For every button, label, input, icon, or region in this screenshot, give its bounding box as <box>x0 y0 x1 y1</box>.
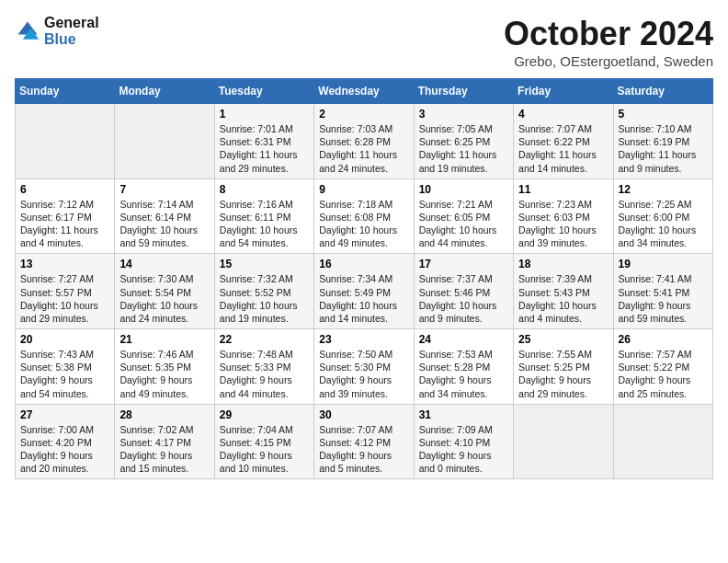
calendar-cell: 8Sunrise: 7:16 AMSunset: 6:11 PMDaylight… <box>214 178 313 254</box>
day-number: 30 <box>319 408 408 421</box>
day-number: 3 <box>419 108 508 121</box>
day-number: 8 <box>220 183 309 196</box>
cell-info: Sunrise: 7:21 AMSunset: 6:05 PMDaylight:… <box>419 198 508 250</box>
day-number: 27 <box>20 408 109 421</box>
calendar-cell: 18Sunrise: 7:39 AMSunset: 5:43 PMDayligh… <box>514 254 613 329</box>
calendar-cell: 11Sunrise: 7:23 AMSunset: 6:03 PMDayligh… <box>514 178 613 254</box>
day-number: 9 <box>319 183 408 196</box>
calendar-cell: 26Sunrise: 7:57 AMSunset: 5:22 PMDayligh… <box>613 329 712 405</box>
day-number: 13 <box>20 258 109 270</box>
weekday-header-wednesday: Wednesday <box>314 79 414 104</box>
calendar-cell: 24Sunrise: 7:53 AMSunset: 5:28 PMDayligh… <box>414 329 513 405</box>
calendar-cell: 22Sunrise: 7:48 AMSunset: 5:33 PMDayligh… <box>214 329 313 405</box>
calendar-cell: 28Sunrise: 7:02 AMSunset: 4:17 PMDayligh… <box>115 404 214 479</box>
cell-info: Sunrise: 7:34 AMSunset: 5:49 PMDaylight:… <box>319 272 408 325</box>
day-number: 24 <box>419 333 508 346</box>
day-number: 19 <box>619 258 708 270</box>
cell-info: Sunrise: 7:46 AMSunset: 5:35 PMDaylight:… <box>119 348 209 400</box>
day-number: 25 <box>518 333 608 346</box>
calendar-cell: 29Sunrise: 7:04 AMSunset: 4:15 PMDayligh… <box>214 404 313 479</box>
calendar-cell: 25Sunrise: 7:55 AMSunset: 5:25 PMDayligh… <box>514 329 613 405</box>
calendar-cell: 16Sunrise: 7:34 AMSunset: 5:49 PMDayligh… <box>314 254 414 329</box>
calendar-week-row: 13Sunrise: 7:27 AMSunset: 5:57 PMDayligh… <box>16 254 713 329</box>
calendar-cell: 21Sunrise: 7:46 AMSunset: 5:35 PMDayligh… <box>115 329 214 405</box>
day-number: 22 <box>220 333 309 346</box>
cell-info: Sunrise: 7:09 AMSunset: 4:10 PMDaylight:… <box>419 423 508 476</box>
day-number: 18 <box>518 258 608 270</box>
cell-info: Sunrise: 7:02 AMSunset: 4:17 PMDaylight:… <box>119 423 209 476</box>
day-number: 1 <box>220 108 309 121</box>
cell-info: Sunrise: 7:50 AMSunset: 5:30 PMDaylight:… <box>319 348 408 400</box>
cell-info: Sunrise: 7:00 AMSunset: 4:20 PMDaylight:… <box>20 423 109 476</box>
day-number: 17 <box>419 258 508 270</box>
weekday-header-thursday: Thursday <box>414 79 513 104</box>
calendar-cell: 12Sunrise: 7:25 AMSunset: 6:00 PMDayligh… <box>613 178 712 254</box>
calendar-cell: 19Sunrise: 7:41 AMSunset: 5:41 PMDayligh… <box>613 254 712 329</box>
calendar-cell <box>16 104 115 179</box>
calendar-cell: 14Sunrise: 7:30 AMSunset: 5:54 PMDayligh… <box>115 254 214 329</box>
day-number: 5 <box>619 108 708 121</box>
title-block: October 2024 Grebo, OEstergoetland, Swed… <box>504 15 713 69</box>
calendar-cell: 31Sunrise: 7:09 AMSunset: 4:10 PMDayligh… <box>414 404 513 479</box>
day-number: 4 <box>518 108 608 121</box>
calendar-week-row: 6Sunrise: 7:12 AMSunset: 6:17 PMDaylight… <box>16 178 713 254</box>
calendar-cell <box>613 404 712 479</box>
cell-info: Sunrise: 7:27 AMSunset: 5:57 PMDaylight:… <box>20 272 109 325</box>
calendar-cell: 1Sunrise: 7:01 AMSunset: 6:31 PMDaylight… <box>214 104 313 179</box>
day-number: 11 <box>518 183 608 196</box>
cell-info: Sunrise: 7:10 AMSunset: 6:19 PMDaylight:… <box>619 122 708 175</box>
cell-info: Sunrise: 7:23 AMSunset: 6:03 PMDaylight:… <box>518 198 608 250</box>
calendar-cell: 23Sunrise: 7:50 AMSunset: 5:30 PMDayligh… <box>314 329 414 405</box>
calendar-cell <box>514 404 613 479</box>
calendar-cell: 2Sunrise: 7:03 AMSunset: 6:28 PMDaylight… <box>314 104 414 179</box>
day-number: 2 <box>319 108 408 121</box>
calendar-week-row: 20Sunrise: 7:43 AMSunset: 5:38 PMDayligh… <box>16 329 713 405</box>
day-number: 23 <box>319 333 408 346</box>
calendar-table: SundayMondayTuesdayWednesdayThursdayFrid… <box>15 78 713 479</box>
cell-info: Sunrise: 7:18 AMSunset: 6:08 PMDaylight:… <box>319 198 408 250</box>
calendar-week-row: 27Sunrise: 7:00 AMSunset: 4:20 PMDayligh… <box>16 404 713 479</box>
day-number: 14 <box>119 258 209 270</box>
weekday-header-sunday: Sunday <box>16 79 115 104</box>
day-number: 16 <box>319 258 408 270</box>
day-number: 28 <box>119 408 209 421</box>
weekday-header-monday: Monday <box>115 79 214 104</box>
day-number: 12 <box>619 183 708 196</box>
cell-info: Sunrise: 7:01 AMSunset: 6:31 PMDaylight:… <box>220 122 309 175</box>
location-title: Grebo, OEstergoetland, Sweden <box>504 53 713 69</box>
cell-info: Sunrise: 7:12 AMSunset: 6:17 PMDaylight:… <box>20 198 109 250</box>
cell-info: Sunrise: 7:39 AMSunset: 5:43 PMDaylight:… <box>518 272 608 325</box>
cell-info: Sunrise: 7:53 AMSunset: 5:28 PMDaylight:… <box>419 348 508 400</box>
cell-info: Sunrise: 7:25 AMSunset: 6:00 PMDaylight:… <box>619 198 708 250</box>
calendar-cell: 20Sunrise: 7:43 AMSunset: 5:38 PMDayligh… <box>16 329 115 405</box>
cell-info: Sunrise: 7:43 AMSunset: 5:38 PMDaylight:… <box>20 348 109 400</box>
logo: General Blue <box>15 15 99 47</box>
calendar-cell: 10Sunrise: 7:21 AMSunset: 6:05 PMDayligh… <box>414 178 513 254</box>
cell-info: Sunrise: 7:37 AMSunset: 5:46 PMDaylight:… <box>419 272 508 325</box>
calendar-cell: 6Sunrise: 7:12 AMSunset: 6:17 PMDaylight… <box>16 178 115 254</box>
calendar-cell: 5Sunrise: 7:10 AMSunset: 6:19 PMDaylight… <box>613 104 712 179</box>
calendar-cell: 4Sunrise: 7:07 AMSunset: 6:22 PMDaylight… <box>514 104 613 179</box>
calendar-week-row: 1Sunrise: 7:01 AMSunset: 6:31 PMDaylight… <box>16 104 713 179</box>
cell-info: Sunrise: 7:07 AMSunset: 4:12 PMDaylight:… <box>319 423 408 476</box>
cell-info: Sunrise: 7:32 AMSunset: 5:52 PMDaylight:… <box>220 272 309 325</box>
day-number: 29 <box>220 408 309 421</box>
cell-info: Sunrise: 7:03 AMSunset: 6:28 PMDaylight:… <box>319 122 408 175</box>
cell-info: Sunrise: 7:05 AMSunset: 6:25 PMDaylight:… <box>419 122 508 175</box>
cell-info: Sunrise: 7:04 AMSunset: 4:15 PMDaylight:… <box>220 423 309 476</box>
calendar-cell: 17Sunrise: 7:37 AMSunset: 5:46 PMDayligh… <box>414 254 513 329</box>
weekday-header-tuesday: Tuesday <box>214 79 313 104</box>
cell-info: Sunrise: 7:07 AMSunset: 6:22 PMDaylight:… <box>518 122 608 175</box>
day-number: 20 <box>20 333 109 346</box>
cell-info: Sunrise: 7:14 AMSunset: 6:14 PMDaylight:… <box>119 198 209 250</box>
day-number: 26 <box>619 333 708 346</box>
weekday-header-row: SundayMondayTuesdayWednesdayThursdayFrid… <box>16 79 713 104</box>
day-number: 31 <box>419 408 508 421</box>
calendar-cell: 30Sunrise: 7:07 AMSunset: 4:12 PMDayligh… <box>314 404 414 479</box>
weekday-header-saturday: Saturday <box>613 79 712 104</box>
day-number: 21 <box>119 333 209 346</box>
calendar-cell: 3Sunrise: 7:05 AMSunset: 6:25 PMDaylight… <box>414 104 513 179</box>
calendar-cell <box>115 104 214 179</box>
day-number: 15 <box>220 258 309 270</box>
cell-info: Sunrise: 7:57 AMSunset: 5:22 PMDaylight:… <box>619 348 708 400</box>
